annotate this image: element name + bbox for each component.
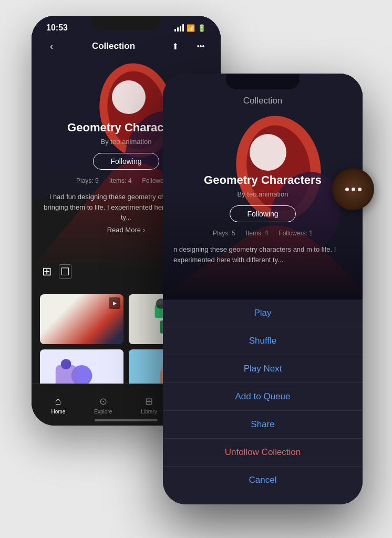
floating-more-button[interactable] — [332, 168, 374, 210]
back-button[interactable]: ‹ — [42, 37, 61, 56]
action-play-next[interactable]: Play Next — [163, 355, 363, 383]
explore-icon: ⊙ — [99, 396, 107, 407]
action-unfollow[interactable]: Unfollow Collection — [163, 439, 363, 467]
status-time: 10:53 — [46, 23, 68, 33]
chevron-right-icon: › — [143, 226, 145, 234]
dot3 — [358, 188, 362, 191]
more-options-icon[interactable]: ••• — [191, 37, 210, 56]
svg-point-22 — [250, 134, 286, 171]
home-icon: ⌂ — [55, 395, 61, 407]
nav-explore[interactable]: ⊙ Explore — [94, 396, 112, 415]
signal-bars — [174, 24, 184, 32]
phone2-following-button[interactable]: Following — [230, 205, 295, 222]
notch1 — [92, 16, 160, 30]
nav-library[interactable]: ⊞ Library — [141, 396, 157, 415]
phone2-collection-title: Geometry Characters — [173, 173, 352, 187]
home-indicator1 — [95, 419, 158, 421]
plays-stat: Plays: 5 — [76, 177, 99, 184]
phone2: Collection Geometry Characters By teo.an… — [163, 74, 363, 504]
phone2-page-title: Collection — [243, 96, 283, 106]
thumbnail-1[interactable]: ▶ — [40, 294, 123, 344]
dot2 — [352, 188, 355, 191]
action-share[interactable]: Share — [163, 411, 363, 439]
action-add-to-queue[interactable]: Add to Queue — [163, 383, 363, 411]
dots-row — [345, 188, 362, 191]
action-cancel[interactable]: Cancel — [163, 467, 363, 494]
video-icon-1: ▶ — [109, 297, 120, 309]
action-play[interactable]: Play — [163, 299, 363, 327]
phone2-collection-stats: Plays: 5 Items: 4 Followers: 1 — [173, 230, 352, 237]
svg-point-3 — [112, 80, 146, 114]
svg-point-14 — [61, 359, 71, 369]
action-sheet: Play Shuffle Play Next Add to Queue Shar… — [163, 299, 363, 504]
phone2-items-stat: Items: 4 — [246, 230, 269, 237]
library-icon: ⊞ — [145, 396, 153, 407]
grid-view-icon[interactable]: ⊞ — [42, 265, 51, 278]
items-stat: Items: 4 — [109, 177, 132, 184]
header-nav: ‹ Collection ⬆ ••• — [32, 37, 221, 56]
share-icon[interactable]: ⬆ — [166, 37, 185, 56]
phone2-header: Collection — [163, 96, 363, 106]
phone2-collection-description: n designing these geometry characters an… — [173, 244, 352, 265]
list-view-icon[interactable]: ☐ — [59, 264, 71, 279]
phone2-plays-stat: Plays: 5 — [213, 230, 235, 237]
phone2-collection-author: By teo.animation — [173, 190, 352, 198]
notch2 — [226, 74, 300, 89]
nav-home[interactable]: ⌂ Home — [51, 395, 66, 415]
status-icons: 📶 🔋 — [174, 24, 206, 32]
action-shuffle[interactable]: Shuffle — [163, 327, 363, 355]
page-title: Collection — [92, 41, 135, 51]
dot1 — [345, 188, 349, 191]
phone2-followers-stat: Followers: 1 — [278, 230, 313, 237]
following-button[interactable]: Following — [93, 153, 159, 170]
